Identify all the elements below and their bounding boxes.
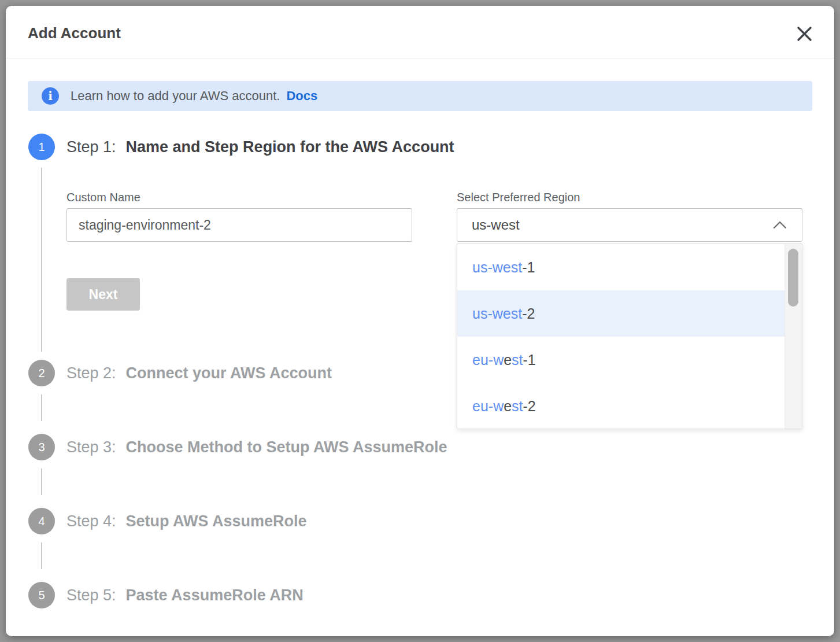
step-3-label: Step 3: bbox=[66, 438, 116, 456]
option-text-segment: eu-w bbox=[472, 398, 504, 415]
step-5-label: Step 5: bbox=[66, 586, 116, 604]
step-3-header[interactable]: Step 3: Choose Method to Setup AWS Assum… bbox=[66, 434, 447, 460]
step-2-indicator: 2 bbox=[28, 360, 55, 386]
step-5-title: Paste AssumeRole ARN bbox=[126, 586, 304, 604]
step-1-title: Name and Step Region for the AWS Account bbox=[126, 138, 454, 156]
step-connector bbox=[41, 394, 42, 421]
step-3-indicator: 3 bbox=[28, 434, 55, 460]
collapse-dropdown-button[interactable] bbox=[772, 217, 787, 233]
step-4-header[interactable]: Step 4: Setup AWS AssumeRole bbox=[66, 508, 307, 534]
step-1-label: Step 1: bbox=[66, 138, 116, 156]
info-banner: i Learn how to add your AWS account. Doc… bbox=[28, 81, 812, 111]
region-option[interactable]: eu-west-2 bbox=[457, 383, 785, 429]
step-2-header[interactable]: Step 2: Connect your AWS Account bbox=[66, 360, 332, 386]
option-text-segment: -2 bbox=[523, 398, 536, 415]
docs-link[interactable]: Docs bbox=[286, 88, 317, 104]
step-connector bbox=[41, 168, 42, 352]
custom-name-label: Custom Name bbox=[66, 191, 140, 204]
step-3-title: Choose Method to Setup AWS AssumeRole bbox=[126, 438, 447, 456]
region-combobox bbox=[457, 208, 802, 242]
option-text-segment: us-west bbox=[472, 259, 522, 276]
close-button[interactable] bbox=[791, 21, 817, 46]
region-dropdown-panel: us-west-1us-west-2eu-west-1eu-west-2 bbox=[457, 243, 802, 429]
banner-text: Learn how to add your AWS account. bbox=[71, 88, 280, 104]
step-connector bbox=[41, 468, 42, 495]
option-text-segment: e bbox=[504, 398, 512, 415]
option-text-segment: -1 bbox=[523, 352, 536, 368]
option-text-segment: st bbox=[512, 352, 523, 368]
next-button[interactable]: Next bbox=[66, 278, 140, 311]
scrollbar-track[interactable] bbox=[785, 244, 802, 429]
custom-name-input[interactable] bbox=[66, 208, 412, 242]
step-1-header[interactable]: Step 1: Name and Step Region for the AWS… bbox=[66, 134, 454, 160]
modal-title: Add Account bbox=[28, 24, 121, 42]
region-label: Select Preferred Region bbox=[457, 191, 580, 204]
step-4-indicator: 4 bbox=[28, 508, 55, 534]
region-input[interactable] bbox=[457, 208, 802, 242]
option-text-segment: eu-w bbox=[472, 352, 504, 368]
option-text-segment: -2 bbox=[522, 305, 535, 322]
option-text-segment: e bbox=[504, 352, 512, 368]
step-5-header[interactable]: Step 5: Paste AssumeRole ARN bbox=[66, 582, 304, 608]
close-icon bbox=[797, 26, 812, 42]
info-icon: i bbox=[42, 87, 59, 105]
option-text-segment: -1 bbox=[522, 259, 535, 276]
step-2-label: Step 2: bbox=[66, 364, 116, 382]
step-2-title: Connect your AWS Account bbox=[126, 364, 332, 382]
region-option[interactable]: eu-west-1 bbox=[457, 337, 785, 383]
option-text-segment: us-west bbox=[472, 305, 522, 322]
step-4-label: Step 4: bbox=[66, 512, 116, 530]
header-divider bbox=[6, 58, 834, 58]
step-5-indicator: 5 bbox=[28, 582, 55, 608]
region-option-list: us-west-1us-west-2eu-west-1eu-west-2 bbox=[457, 244, 785, 429]
add-account-modal: Add Account i Learn how to add your AWS … bbox=[6, 6, 834, 636]
region-option[interactable]: us-west-1 bbox=[457, 244, 785, 290]
step-connector bbox=[41, 543, 42, 569]
scrollbar-thumb[interactable] bbox=[788, 249, 798, 307]
step-4-title: Setup AWS AssumeRole bbox=[126, 512, 307, 530]
chevron-up-icon bbox=[773, 221, 787, 229]
step-1-indicator: 1 bbox=[28, 134, 55, 160]
region-option[interactable]: us-west-2 bbox=[457, 290, 785, 337]
option-text-segment: st bbox=[512, 398, 523, 415]
